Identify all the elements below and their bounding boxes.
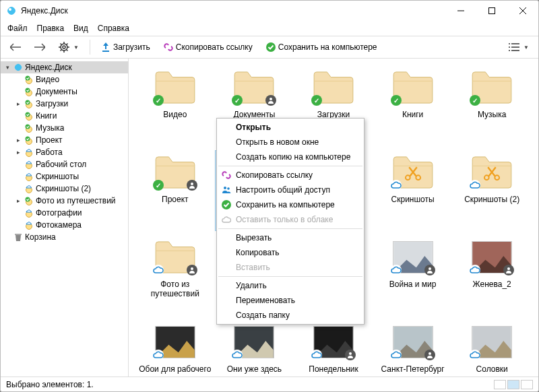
svg-point-50 [191,267,193,270]
save-local-label: Сохранить на компьютере [278,42,377,52]
context-menu-label: Удалить [236,281,267,290]
copy-link-button[interactable]: Скопировать ссылку [158,40,258,55]
tree-item[interactable]: Скриншоты (2) [1,183,128,195]
context-menu-item[interactable]: Сохранить на компьютере [218,197,362,212]
share-badge-icon [187,265,197,275]
svg-point-24 [26,76,30,81]
context-menu-label: Оставить только в облаке [236,215,333,224]
titlebar: Яндекс.Диск [1,1,538,21]
context-menu-item[interactable]: Удалить [218,278,362,293]
tree-toggle-icon[interactable]: ▸ [14,137,22,143]
tree-label: Фотографии [36,208,82,218]
grid-item[interactable]: Соловки [452,320,532,377]
close-button[interactable] [507,1,538,21]
tree-item[interactable]: Корзина [1,231,128,243]
thumbnail [389,238,437,277]
file-grid[interactable]: ✓Видео✓Документы✓Загрузки✓Книги✓Музыка✓П… [129,59,538,377]
tree-item[interactable]: ▾Яндекс.Диск [1,61,128,73]
tree-label: Книги [36,111,57,121]
menu-0[interactable]: Файл [3,22,32,34]
context-menu-item[interactable]: Скопировать ссылку [218,168,362,183]
tree-toggle-icon[interactable]: ▾ [3,64,11,71]
save-local-button[interactable]: Сохранить на компьютере [261,40,383,55]
tree-toggle-icon[interactable]: ▸ [14,197,22,204]
share-badge-icon [424,265,435,275]
people-icon [221,185,232,195]
tree-label: Скриншоты (2) [36,184,91,193]
tree-item[interactable]: ▸Фото из путешествий [1,195,128,207]
chevron-down-icon: ▼ [73,44,79,51]
item-label: Музыка [478,110,506,119]
nav-back-button[interactable] [5,40,26,54]
grid-item[interactable]: Они уже здесь [215,320,294,377]
tree-item[interactable]: Рабочий стол [1,158,128,170]
status-view-icons[interactable] [494,380,533,389]
tree-item[interactable]: Документы [1,86,128,98]
thumbnail [152,323,199,362]
upload-label: Загрузить [113,42,150,52]
grid-item[interactable]: Обои для рабочего стола copy [135,320,215,377]
share-badge-icon [345,350,356,360]
disk-icon [13,62,24,73]
menu-1[interactable]: Правка [33,22,69,34]
tree-item[interactable]: Скриншоты [1,170,128,183]
context-menu-item[interactable]: Настроить общий доступ [218,183,362,197]
thumbnail: ✓ [468,68,515,107]
svg-point-0 [9,8,11,11]
grid-item[interactable]: ✓Проект [135,150,215,231]
context-menu-item[interactable]: Вырезать [218,230,362,245]
cloud-badge-icon [311,350,322,360]
grid-item[interactable]: Санкт-Петербург [373,320,453,377]
context-menu-item[interactable]: Переименовать [218,293,362,308]
tree-item[interactable]: Фотографии [1,207,128,219]
grid-item[interactable]: Женева_2 [452,235,532,316]
view-mode-button[interactable]: ▼ [503,40,534,55]
menu-2[interactable]: Вид [69,22,92,34]
sync-badge-icon: ✓ [311,95,322,106]
context-menu-item[interactable]: Открыть [218,120,362,135]
item-label: Они уже здесь [227,364,282,374]
grid-item[interactable]: ✓Музыка [452,65,532,146]
sidebar-tree[interactable]: ▾Яндекс.ДискВидеоДокументы▸ЗагрузкиКниги… [1,59,129,377]
svg-line-11 [61,44,62,45]
sync-icon [24,86,34,97]
item-label: Проект [162,195,189,204]
grid-item[interactable]: ✓Видео [135,65,215,146]
minimize-button[interactable] [445,1,476,21]
tree-item[interactable]: Книги [1,110,128,122]
thumbnail [310,323,357,362]
svg-point-6 [63,46,65,48]
menu-3[interactable]: Справка [94,22,133,34]
nav-forward-button[interactable] [29,40,51,54]
maximize-button[interactable] [476,1,507,21]
tree-item[interactable]: ▸Работа [1,146,128,158]
tree-item[interactable]: Видео [1,73,128,86]
tree-toggle-icon[interactable]: ▸ [14,149,22,156]
context-menu-item[interactable]: Создать копию на компьютере [218,150,362,164]
upload-button[interactable]: Загрузить [96,40,156,55]
grid-item[interactable]: Фото из путешествий [135,235,215,316]
tree-item[interactable]: ▸Проект [1,134,128,146]
tree-item[interactable]: Фотокамера [1,219,128,231]
context-menu-item[interactable]: Копировать [218,245,362,260]
svg-point-58 [349,352,352,355]
cloud-icon [24,147,34,158]
tree-item[interactable]: Музыка [1,122,128,134]
grid-item[interactable]: Скриншоты (2) [452,150,532,231]
settings-button[interactable]: ▼ [53,39,84,55]
cloud-icon [221,214,232,225]
tree-item[interactable]: ▸Загрузки [1,98,128,110]
svg-point-62 [224,187,226,189]
grid-item[interactable]: Понедельник начинается в субботу [294,320,373,377]
share-badge-icon [424,350,435,360]
tree-label: Корзина [25,232,56,242]
cloud-icon [24,171,34,182]
grid-item[interactable]: Скриншоты [373,150,453,231]
context-menu-item[interactable]: Создать папку [218,308,362,323]
svg-point-40 [26,197,30,202]
tree-toggle-icon[interactable]: ▸ [14,100,22,107]
tree-label: Фотокамера [36,220,82,230]
context-menu-item[interactable]: Открыть в новом окне [218,135,362,150]
grid-item[interactable]: Война и мир [373,235,453,316]
grid-item[interactable]: ✓Книги [373,65,453,146]
